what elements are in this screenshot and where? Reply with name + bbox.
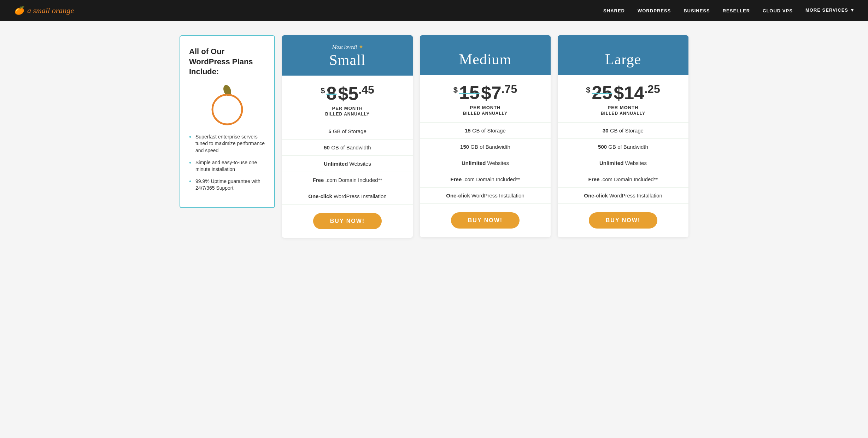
new-price: $14.25 xyxy=(614,83,660,102)
feature-item: 99.9% Uptime guarantee with 24/7/365 Sup… xyxy=(189,178,265,192)
feature-websites: Unlimited Websites xyxy=(282,156,413,172)
billed-annually-label: BILLED ANNUALLY xyxy=(427,111,544,116)
heart-icon: ♥ xyxy=(359,44,363,50)
feature-wp-install: One-click WordPress Installation xyxy=(558,188,688,204)
feature-websites: Unlimited Websites xyxy=(420,155,551,171)
old-price: 8 xyxy=(327,84,337,102)
plan-large-header: Large xyxy=(558,35,688,75)
feature-domain: Free .com Domain Included** xyxy=(420,171,551,188)
new-price: $5.45 xyxy=(338,84,374,103)
site-logo[interactable]: 🍊 a small orange xyxy=(14,6,74,15)
nav-wordpress[interactable]: WORDPRESS xyxy=(638,7,671,14)
feature-storage: 15 GB of Storage xyxy=(420,123,551,139)
feature-wp-install: One-click WordPress Installation xyxy=(420,188,551,204)
feature-storage: 5 GB of Storage xyxy=(282,123,413,140)
feature-websites: Unlimited Websites xyxy=(558,155,688,171)
feature-wp-install: One-click WordPress Installation xyxy=(282,188,413,205)
plan-medium-buy-section: BUY NOW! xyxy=(420,204,551,237)
most-loved-badge: Most loved! ♥ xyxy=(289,44,406,50)
intro-title: All of Our WordPress Plans Include: xyxy=(189,47,265,77)
nav-links: SHARED WORDPRESS BUSINESS RESELLER CLOUD… xyxy=(603,7,854,14)
per-month-label: PER MONTH xyxy=(565,105,681,110)
new-price: $7.75 xyxy=(481,83,517,102)
buy-medium-button[interactable]: BUY NOW! xyxy=(451,212,520,229)
feature-bandwidth: 50 GB of Bandwidth xyxy=(282,140,413,156)
feature-bandwidth: 150 GB of Bandwidth xyxy=(420,139,551,155)
feature-item: Superfast enterprise servers tuned to ma… xyxy=(189,134,265,154)
plan-medium: Medium $ 15 $7.75 PER MONTH BILLED ANNUA… xyxy=(420,35,551,237)
plan-medium-price: $ 15 $7.75 PER MONTH BILLED ANNUALLY xyxy=(420,75,551,123)
old-price: 25 xyxy=(592,83,612,102)
main-nav: 🍊 a small orange SHARED WORDPRESS BUSINE… xyxy=(0,0,868,21)
plan-small: Most loved! ♥ Small $ 8 $5.45 PER MONTH … xyxy=(282,35,413,238)
nav-reseller[interactable]: RESELLER xyxy=(723,7,750,14)
buy-large-button[interactable]: BUY NOW! xyxy=(589,212,657,229)
currency-symbol: $ xyxy=(321,86,325,95)
plan-large-name: Large xyxy=(565,51,681,68)
per-month-label: PER MONTH xyxy=(427,105,544,110)
feature-domain: Free .com Domain Included** xyxy=(558,171,688,188)
svg-point-1 xyxy=(212,95,242,124)
plan-small-price: $ 8 $5.45 PER MONTH BILLED ANNUALLY xyxy=(282,76,413,123)
plan-medium-header: Medium xyxy=(420,35,551,75)
plan-small-buy-section: BUY NOW! xyxy=(282,205,413,238)
nav-shared[interactable]: SHARED xyxy=(603,7,625,14)
nav-business[interactable]: BUSINESS xyxy=(684,7,710,14)
main-content: All of Our WordPress Plans Include: Supe… xyxy=(162,21,706,252)
currency-symbol: $ xyxy=(586,85,590,95)
nav-cloud-vps[interactable]: CLOUD VPS xyxy=(763,7,793,14)
chevron-down-icon: ▾ xyxy=(851,7,854,13)
billed-annually-label: BILLED ANNUALLY xyxy=(565,111,681,116)
features-list: Superfast enterprise servers tuned to ma… xyxy=(189,134,265,192)
logo-icon: 🍊 xyxy=(14,6,24,15)
plan-small-name: Small xyxy=(289,52,406,69)
orange-illustration xyxy=(206,84,248,126)
billed-annually-label: BILLED ANNUALLY xyxy=(289,112,406,117)
buy-small-button[interactable]: BUY NOW! xyxy=(313,213,382,229)
feature-domain: Free .com Domain Included** xyxy=(282,172,413,188)
currency-symbol: $ xyxy=(453,85,458,95)
plan-small-header: Most loved! ♥ Small xyxy=(282,35,413,76)
feature-bandwidth: 500 GB of Bandwidth xyxy=(558,139,688,155)
logo-text: a small orange xyxy=(27,6,74,15)
feature-storage: 30 GB of Storage xyxy=(558,123,688,139)
plan-large-buy-section: BUY NOW! xyxy=(558,204,688,237)
old-price: 15 xyxy=(459,83,480,102)
per-month-label: PER MONTH xyxy=(289,106,406,111)
feature-item: Simple and easy-to-use one minute instal… xyxy=(189,159,265,173)
plan-large: Large $ 25 $14.25 PER MONTH BILLED ANNUA… xyxy=(558,35,688,237)
nav-more-services[interactable]: MORE SERVICES ▾ xyxy=(805,7,854,14)
plan-large-price: $ 25 $14.25 PER MONTH BILLED ANNUALLY xyxy=(558,75,688,123)
intro-card: All of Our WordPress Plans Include: Supe… xyxy=(180,35,275,208)
plan-medium-name: Medium xyxy=(427,51,544,68)
